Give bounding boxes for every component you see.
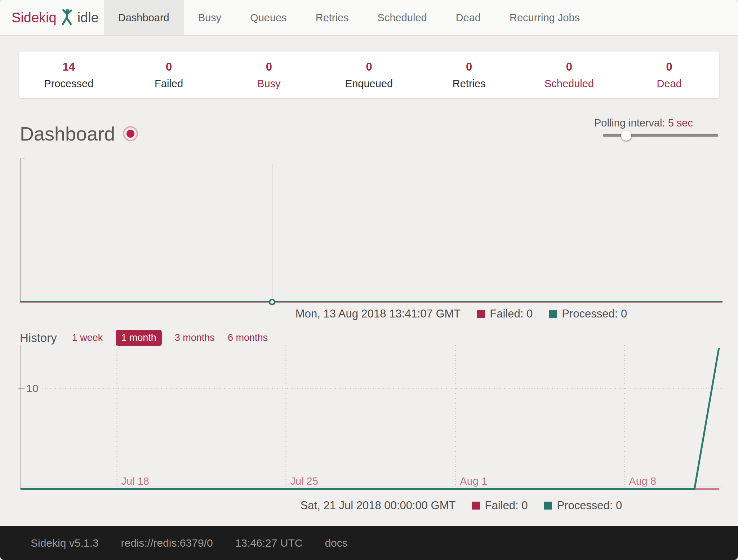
realtime-timestamp: Mon, 13 Aug 2018 13:41:07 GMT [295,307,461,320]
stat-dead-link[interactable]: Dead [619,78,719,90]
stat-retries: 0 Retries [419,61,519,90]
stat-retries-label: Retries [419,78,519,90]
stat-retries-value: 0 [419,61,519,74]
stat-dead: 0 Dead [619,61,719,90]
page-title-row: Dashboard [20,123,138,145]
tab-dead[interactable]: Dead [441,0,495,35]
brand-logo-text: Sidekiq [12,10,57,26]
sidekiq-dashboard-page: Sidekiq idle Dashboard Busy Queues [0,0,738,560]
stat-failed-value: 0 [119,61,219,74]
stats-card: 14 Processed 0 Failed 0 Busy 0 Enqueued … [19,52,719,98]
footer-docs-link[interactable]: docs [325,537,347,549]
polling-slider-thumb[interactable] [621,130,631,141]
footer: Sidekiq v5.1.3 redis://redis:6379/0 13:4… [0,526,738,560]
tab-recurring-jobs[interactable]: Recurring Jobs [495,0,594,35]
stat-enqueued-value: 0 [319,61,419,74]
history-caption-row: Sat, 21 Jul 2018 00:00:00 GMT Failed: 0 … [184,499,738,512]
range-1-month[interactable]: 1 month [116,330,162,346]
stat-busy: 0 Busy [219,61,319,90]
tab-scheduled[interactable]: Scheduled [363,0,441,35]
stat-dead-value: 0 [619,61,719,74]
brand[interactable]: Sidekiq idle [12,0,99,35]
history-legend-failed-label: Failed: 0 [485,499,528,512]
svg-text:Jul 18: Jul 18 [121,475,149,487]
failed-swatch-icon [477,310,485,318]
range-6-months[interactable]: 6 months [228,332,268,343]
stat-enqueued-label: Enqueued [319,78,419,90]
processed-swatch-icon [544,502,552,510]
polling-label: Polling interval: [594,117,665,129]
history-chart: 10Jul 18Jul 25Aug 1Aug 8 [20,345,723,490]
tab-retries[interactable]: Retries [301,0,363,35]
realtime-chart [20,159,723,303]
worker-status: idle [77,10,99,26]
svg-text:Aug 1: Aug 1 [460,475,487,487]
stat-scheduled-link[interactable]: Scheduled [519,78,619,90]
footer-clock: 13:46:27 UTC [235,537,303,549]
range-1-week[interactable]: 1 week [72,332,103,343]
stat-failed-label: Failed [119,78,219,90]
stat-enqueued: 0 Enqueued [319,61,419,90]
realtime-legend-processed-label: Processed: 0 [562,307,627,320]
ninja-icon [61,9,73,27]
page-title: Dashboard [20,123,115,145]
history-ranges: 1 week 1 month 3 months 6 months [72,330,268,346]
stat-processed-value: 14 [19,61,119,74]
processed-swatch-icon [549,310,557,318]
history-header: History 1 week 1 month 3 months 6 months [20,330,268,346]
stat-busy-link[interactable]: Busy [219,78,319,90]
history-legend-processed-label: Processed: 0 [557,499,622,512]
tab-busy[interactable]: Busy [184,0,236,35]
history-timestamp: Sat, 21 Jul 2018 00:00:00 GMT [301,499,456,512]
stat-scheduled: 0 Scheduled [519,61,619,90]
realtime-legend-processed: Processed: 0 [549,307,627,320]
history-title: History [20,331,57,345]
tab-queues[interactable]: Queues [236,0,301,35]
svg-text:10: 10 [26,382,38,394]
polling-value-link[interactable]: 5 sec [668,117,693,129]
realtime-caption-row: Mon, 13 Aug 2018 13:41:07 GMT Failed: 0 … [184,307,738,320]
failed-swatch-icon [472,502,480,510]
stat-busy-value: 0 [219,61,319,74]
realtime-legend-failed-label: Failed: 0 [490,307,533,320]
tab-dashboard[interactable]: Dashboard [104,0,184,35]
history-legend-failed: Failed: 0 [472,499,528,512]
realtime-legend-failed: Failed: 0 [477,307,533,320]
nav-tabs: Dashboard Busy Queues Retries Scheduled … [104,0,594,35]
footer-redis-url: redis://redis:6379/0 [121,537,213,549]
range-3-months[interactable]: 3 months [175,332,215,343]
footer-version: Sidekiq v5.1.3 [31,537,98,549]
stat-scheduled-value: 0 [519,61,619,74]
polling-interval: Polling interval: 5 sec [594,117,693,129]
stat-failed: 0 Failed [119,61,219,90]
svg-text:Jul 25: Jul 25 [290,475,318,487]
live-beacon-icon [123,126,138,141]
polling-slider[interactable] [603,134,718,137]
stat-processed-label: Processed [19,78,119,90]
history-legend-processed: Processed: 0 [544,499,622,512]
stat-processed: 14 Processed [19,61,119,90]
navbar: Sidekiq idle Dashboard Busy Queues [0,0,738,36]
svg-text:Aug 8: Aug 8 [629,475,656,487]
